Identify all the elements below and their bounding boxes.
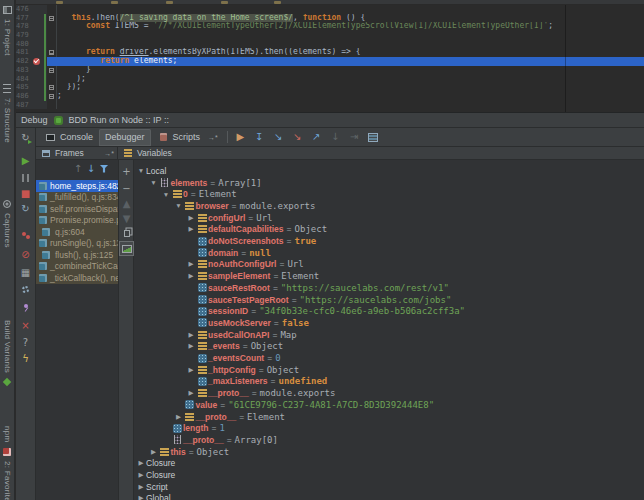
breakpoint-gutter[interactable] [29,31,43,40]
chevron-right-icon[interactable]: ▶ [186,214,196,222]
pause-icon[interactable] [19,171,32,184]
fold-gutter[interactable] [47,75,57,84]
close-icon[interactable]: × [19,319,32,332]
variable-row-Global[interactable]: ▶Global [134,493,644,500]
variable-row-_events[interactable]: ▶_events=Object [134,341,644,353]
code-text[interactable] [57,101,644,110]
frame-item[interactable]: home_steps.js:482 [36,180,118,192]
variable-row-__proto__[interactable]: ▶__proto__=Element [134,411,644,423]
variable-row-__proto__[interactable]: ▶__proto__=module.exports [134,387,644,399]
fold-gutter[interactable] [47,57,57,66]
frame-item[interactable]: Promise.promise.pro [36,215,118,227]
variable-row-Script[interactable]: ▶Script [134,481,644,493]
breakpoint-gutter[interactable] [29,101,43,110]
step-over-icon[interactable]: ↧ [253,131,266,144]
fold-icon[interactable] [49,16,54,21]
variables-panel-header[interactable]: Variables [118,147,644,159]
variable-row-usedCallOnAPI[interactable]: ▶usedCallOnAPI=Map [134,329,644,341]
help-icon[interactable]: ? [19,336,32,349]
stripe-item-build-variants[interactable]: Build Variants [0,320,14,389]
tab-scripts[interactable]: Scripts [151,129,207,146]
resume-icon[interactable]: ▶ [19,154,32,167]
fold-gutter[interactable] [47,101,57,110]
variable-row-0[interactable]: ▼0=Element [134,188,644,200]
variable-row-sampleElement[interactable]: ▶sampleElement=Element [134,270,644,282]
chevron-down-icon[interactable]: ▼ [161,191,171,198]
refresh-icon[interactable]: ↻ [19,202,32,215]
variable-row-elements[interactable]: ▼elements=Array[1] [134,177,644,189]
frame-item[interactable]: flush(), q.js:125 [36,249,118,261]
code-text[interactable]: ); [57,75,644,84]
chevron-right-icon[interactable]: ▶ [149,448,159,456]
fold-icon[interactable] [49,68,54,73]
chevron-right-icon[interactable]: ▶ [186,225,196,233]
fold-gutter[interactable] [47,66,57,75]
fold-icon[interactable] [49,50,54,55]
fold-gutter[interactable] [47,92,57,101]
chevron-right-icon[interactable]: ▶ [186,389,196,397]
variable-row-configUrl[interactable]: ▶configUrl=Url [134,212,644,224]
fold-icon[interactable] [49,94,54,99]
chevron-right-icon[interactable]: ▶ [186,331,196,339]
code-text[interactable]: return elements; [57,57,644,66]
fold-gutter[interactable] [47,5,57,14]
breakpoint-gutter[interactable] [29,92,43,101]
frame-item[interactable]: self.promiseDispatch [36,203,118,215]
show-execution-point-icon[interactable]: ▶ [234,131,247,144]
variable-row-useMockServer[interactable]: useMockServer=false [134,317,644,329]
remove-watch-icon[interactable]: − [120,182,133,195]
breakpoint-gutter[interactable] [29,75,43,84]
breakpoint-gutter[interactable] [29,40,43,49]
fold-gutter[interactable] [47,31,57,40]
chevron-right-icon[interactable]: ▶ [186,272,196,280]
stripe-item-1-project[interactable]: 1: Project [0,3,14,56]
chevron-right-icon[interactable]: ▶ [136,494,146,500]
code-text[interactable] [57,5,644,14]
stripe-item-7-structure[interactable]: 7: Structure [0,82,14,143]
chevron-down-icon[interactable]: ▼ [136,167,146,174]
step-out-icon[interactable]: ↗ [310,131,323,144]
frame-filter-icon[interactable] [99,163,109,174]
variable-row-domain[interactable]: domain=null [134,247,644,259]
chevron-right-icon[interactable]: ▶ [136,459,146,467]
frames-options-icon[interactable]: →* [104,150,117,157]
variable-row-__proto__[interactable]: __proto__=Array[0] [134,434,644,446]
code-text[interactable]: const ITEMS = '//*/XCUIElementTypeOther[… [57,22,644,31]
frame-item[interactable]: _tickCallback(), next [36,272,118,284]
quick-evaluate-icon[interactable]: ϟ [19,352,32,365]
frame-item[interactable]: _fulfilled(), q.js:834 [36,192,118,204]
force-step-into-icon[interactable]: ↘ [291,131,304,144]
stop-icon[interactable]: ■ [19,187,32,200]
variable-row-noAuthConfigUrl[interactable]: ▶noAuthConfigUrl=Url [134,259,644,271]
rerun-icon[interactable]: ↻ [19,131,32,144]
chevron-right-icon[interactable]: ▶ [186,366,196,374]
fold-gutter[interactable] [47,22,57,31]
frame-up-icon[interactable]: ↑ [73,163,83,174]
code-text[interactable]: }); [57,83,644,92]
variable-row-doNotScreenshots[interactable]: doNotScreenshots=true [134,235,644,247]
breakpoint-gutter[interactable] [29,14,43,23]
chevron-right-icon[interactable]: ▶ [136,483,146,491]
mute-breakpoints-icon[interactable]: ⊘ [19,248,32,261]
frames-panel-header[interactable]: Frames →* [36,147,118,159]
fold-icon[interactable] [49,85,54,90]
chevron-right-icon[interactable]: ▶ [136,471,146,479]
show-watches-icon[interactable] [120,242,133,255]
variable-row-_maxListeners[interactable]: _maxListeners=undefined [134,376,644,388]
tab-debugger[interactable]: Debugger [99,129,151,146]
chevron-down-icon[interactable]: ▼ [174,202,184,209]
view-breakpoints-icon[interactable] [19,229,32,242]
drop-frame-icon[interactable]: ↓ [329,131,342,144]
breakpoint-gutter[interactable] [29,66,43,75]
variable-row-sauceTestPageRoot[interactable]: sauceTestPageRoot="https://saucelabs.com… [134,294,644,306]
stripe-item-2-favorites[interactable]: 2: Favorites★ [0,461,14,500]
add-watch-icon[interactable]: + [120,165,133,178]
stripe-item-npm[interactable]: npm [0,426,14,458]
code-editor[interactable]: 476477 this.Then(/^I saving data on the … [16,0,644,112]
code-text[interactable] [57,40,644,49]
breakpoint-gutter[interactable] [29,22,43,31]
frame-item[interactable]: _combinedTickCallba [36,261,118,273]
breakpoint-gutter[interactable] [29,83,43,92]
code-text[interactable]: return driver.elementsByXPath(ITEMS).the… [57,48,644,57]
tab-console[interactable]: Console [38,129,99,146]
